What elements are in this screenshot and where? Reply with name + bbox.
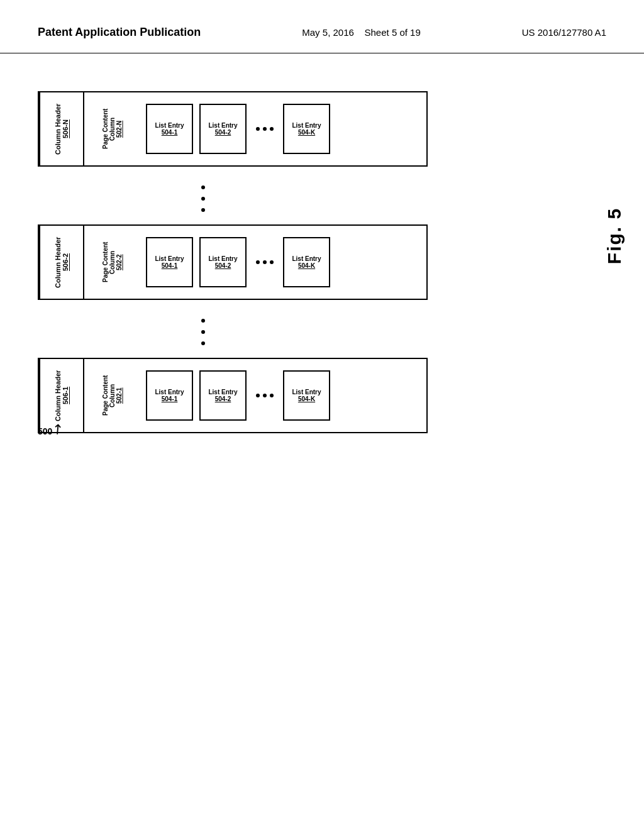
bdot-2 [263, 394, 267, 397]
patent-number: US 2016/127780 A1 [522, 25, 606, 40]
list-entry-top-K: List Entry504-K [283, 104, 330, 154]
dots-horizontal-bottom [253, 394, 277, 397]
page-content-1: Page ContentColumn502-1 [83, 359, 140, 432]
page-content-N: Page ContentColumn502-N [83, 92, 140, 165]
page-content-2: Page ContentColumn502-2 [83, 226, 140, 299]
list-entries-bottom: List Entry504-1 List Entry504-2 List Ent… [140, 359, 426, 432]
dot-3 [270, 127, 274, 131]
dot-2 [263, 127, 267, 131]
main-content: Column Header506-N Page ContentColumn502… [0, 53, 644, 458]
vdot-3 [201, 208, 205, 212]
mdot-1 [256, 260, 260, 264]
diagrams-wrapper: Column Header506-N Page ContentColumn502… [38, 91, 606, 440]
list-entries-top: List Entry504-1 List Entry504-2 List Ent… [140, 92, 426, 165]
mdot-3 [270, 260, 274, 264]
col-header-N: Column Header506-N [39, 92, 83, 165]
vertical-dots-bottom [38, 319, 205, 345]
bdot-1 [256, 394, 260, 397]
vdot-b3 [201, 341, 205, 345]
vdot-2 [201, 197, 205, 201]
list-entry-mid-K: List Entry504-K [283, 237, 330, 287]
mdot-2 [263, 260, 267, 264]
vdot-1 [201, 185, 205, 189]
publication-title: Patent Application Publication [38, 25, 201, 40]
list-entries-middle: List Entry504-1 List Entry504-2 List Ent… [140, 226, 426, 299]
sheet-info: May 5, 2016 Sheet 5 of 19 [302, 25, 420, 40]
diagram-bottom: Column Header506-1 Page ContentColumn502… [38, 358, 428, 433]
page-header: Patent Application Publication May 5, 20… [0, 0, 644, 53]
list-entry-top-1: List Entry504-1 [146, 104, 193, 154]
col-header-1: Column Header506-1 [39, 359, 83, 432]
diagram-middle: Column Header506-2 Page ContentColumn502… [38, 224, 428, 300]
dot-1 [256, 127, 260, 131]
diagram-box-bottom: Column Header506-1 Page ContentColumn502… [38, 358, 428, 433]
dots-horizontal-middle [253, 260, 277, 264]
vdot-b2 [201, 330, 205, 334]
list-entry-top-2: List Entry504-2 [199, 104, 247, 154]
diagram-box-top: Column Header506-N Page ContentColumn502… [38, 91, 428, 167]
list-entry-mid-1: List Entry504-1 [146, 237, 193, 287]
bdot-3 [270, 394, 274, 397]
vdot-b1 [201, 319, 205, 323]
base-label-area: 500 ↗ [38, 423, 65, 440]
vertical-dots-top [38, 185, 205, 212]
list-entry-bot-1: List Entry504-1 [146, 370, 193, 421]
dots-horizontal-top [253, 127, 277, 131]
diagram-top: Column Header506-N Page ContentColumn502… [38, 91, 428, 167]
list-entry-bot-2: List Entry504-2 [199, 370, 247, 421]
diagram-box-middle: Column Header506-2 Page ContentColumn502… [38, 224, 428, 300]
fig-label: Fig. 5 [604, 208, 625, 264]
list-entry-mid-2: List Entry504-2 [199, 237, 247, 287]
list-entry-bot-K: List Entry504-K [283, 370, 330, 421]
col-header-2: Column Header506-2 [39, 226, 83, 299]
